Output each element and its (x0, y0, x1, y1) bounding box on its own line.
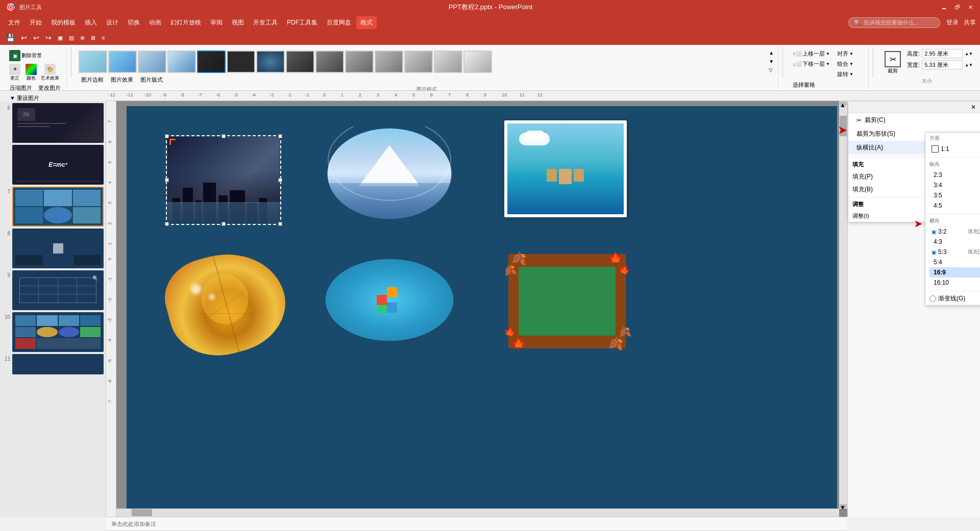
menu-format[interactable]: 格式 (356, 16, 377, 29)
image-office[interactable] (326, 259, 453, 341)
ratio-3-4[interactable]: 3:4 (929, 180, 980, 190)
menu-view[interactable]: 视图 (228, 16, 248, 29)
slide-thumb-11[interactable]: 11 (2, 354, 104, 374)
menu-insert[interactable]: 插入 (81, 16, 101, 29)
handle-tl[interactable] (165, 134, 169, 138)
slide-thumb-8[interactable]: 8 (2, 229, 104, 268)
canvas-scroll-v[interactable]: ▲ ▼ (839, 101, 847, 509)
fill-b-icon[interactable]: ▣ (932, 249, 936, 255)
canvas-area[interactable]: 7 6 5 4 3 2 1 0 -1 -2 -3 -4 -5 -6 -7 (106, 101, 847, 517)
scroll-up-arrow[interactable]: ▲ (840, 102, 847, 106)
qa-extra2[interactable]: ▤ (67, 34, 76, 42)
restore-button[interactable]: 🗗 (952, 3, 962, 12)
gradient-radio[interactable] (929, 295, 936, 302)
handle-br[interactable] (278, 222, 282, 226)
style-item-5[interactable] (197, 50, 226, 73)
undo2-button[interactable]: ↩ (31, 33, 41, 43)
compress-button[interactable]: 压缩图片 (7, 83, 35, 93)
menu-animation[interactable]: 动画 (145, 16, 165, 29)
ratio-3-2[interactable]: ▣ 3:2 填充(P) (929, 226, 980, 237)
slide-thumb-7[interactable]: 7 (2, 187, 104, 226)
width-input[interactable] (922, 60, 963, 69)
style-item-9[interactable] (315, 50, 344, 73)
slide-thumb-6b[interactable]: E=mc² (2, 145, 104, 185)
save-button[interactable]: 💾 (4, 33, 17, 43)
pic-effect-button[interactable]: 图片效果 (108, 75, 136, 85)
qa-extra5[interactable]: ≡ (100, 34, 107, 42)
ratio-3-5[interactable]: 3:5 (929, 190, 980, 200)
qa-extra4[interactable]: ⊠ (89, 34, 97, 42)
crop-button[interactable]: ✂ 裁剪 (880, 49, 905, 77)
ratio-5-3[interactable]: ▣ 5:3 填充(B) (929, 247, 980, 257)
menu-design[interactable]: 设计 (102, 16, 122, 29)
search-input[interactable] (864, 19, 935, 26)
scroll-thumb-h[interactable] (132, 509, 152, 516)
canvas-scroll-h[interactable] (106, 509, 839, 517)
menu-slideshow[interactable]: 幻灯片放映 (166, 16, 205, 29)
color-button[interactable]: 颜色 (23, 63, 39, 83)
menu-switch[interactable]: 切换 (124, 16, 144, 29)
send-backward-button[interactable]: ↓⬜ 下移一层 ▼ (790, 59, 832, 69)
fill-b-label[interactable]: 填充(B) (968, 248, 980, 256)
handle-mr[interactable] (278, 178, 282, 182)
image-city[interactable]: ↓ (167, 137, 280, 223)
art-effect-button[interactable]: 🎨 艺术效果 (40, 63, 60, 83)
pic-border-button[interactable]: 图片边框 (79, 75, 106, 85)
height-input[interactable] (922, 49, 963, 58)
slide-thumb-9[interactable]: 9 🔍 (2, 270, 104, 310)
fill-p-label[interactable]: 填充(P) (968, 228, 980, 235)
undo-button[interactable]: ↩ (19, 33, 29, 43)
select-pane-button[interactable]: 选择窗格 (790, 80, 865, 90)
slide-thumb-6[interactable]: 6 Rit (2, 103, 104, 143)
style-item-12[interactable] (404, 50, 433, 73)
style-item-8[interactable] (286, 50, 314, 73)
qa-extra1[interactable]: ▣ (56, 34, 65, 42)
login-button[interactable]: 登录 (946, 18, 959, 27)
handle-bl[interactable] (165, 222, 169, 226)
menu-devtools[interactable]: 开发工具 (249, 16, 282, 29)
style-item-7[interactable] (256, 50, 285, 73)
style-item-10[interactable] (345, 50, 374, 73)
handle-ml[interactable] (165, 178, 169, 182)
note-bar[interactable]: 单击此处添加备注 (106, 517, 847, 531)
menu-start[interactable]: 开始 (26, 16, 46, 29)
image-fuji[interactable] (321, 127, 458, 221)
gallery-scroll-up[interactable]: ▲ (768, 49, 775, 57)
menu-review[interactable]: 审阅 (206, 16, 227, 29)
search-box[interactable]: 🔍 (848, 17, 940, 28)
handle-tr[interactable] (278, 134, 282, 138)
pic-layout-button[interactable]: 图片版式 (138, 75, 165, 85)
crop-basic-item[interactable]: ✂ 裁剪(C) (848, 113, 980, 127)
ratio-2-3[interactable]: 2:3 (929, 170, 980, 180)
style-item-3[interactable] (138, 50, 166, 73)
minimize-button[interactable]: 🗕 (939, 3, 948, 12)
style-item-6[interactable] (227, 50, 255, 73)
align-button[interactable]: 对齐 ▼ (835, 49, 856, 59)
ratio-16-10[interactable]: 16:10 (929, 277, 980, 288)
image-island[interactable] (504, 120, 627, 217)
menu-file[interactable]: 文件 (4, 16, 24, 29)
scroll-down-arrow[interactable]: ▼ (840, 504, 847, 508)
menu-mytemplate[interactable]: 我的模板 (47, 16, 80, 29)
style-item-2[interactable] (108, 50, 137, 73)
ratio-4-3[interactable]: 4:3 (929, 237, 980, 247)
ratio-16-9[interactable]: 16:9 (929, 267, 980, 277)
close-button[interactable]: ✕ (966, 3, 975, 12)
handle-tm[interactable] (222, 134, 226, 138)
height-spinner[interactable]: ▲▼ (965, 52, 973, 56)
menu-baidu[interactable]: 百度网盘 (323, 16, 355, 29)
handle-bm[interactable] (222, 222, 226, 226)
style-item-11[interactable] (375, 50, 403, 73)
qa-extra3[interactable]: ⊕ (78, 34, 87, 42)
style-item-4[interactable] (167, 50, 196, 73)
width-spinner[interactable]: ▲▼ (965, 63, 973, 67)
image-maple[interactable] (167, 254, 285, 353)
ratio-5-4[interactable]: 5:4 (929, 257, 980, 267)
rotate-button[interactable]: 旋转 ▼ (835, 69, 856, 79)
group-button[interactable]: 组合 ▼ (835, 59, 856, 69)
image-autumn-frame[interactable]: 🍂 🍁 🍁 🍂 🍂 🍁 🍁 🍂 (508, 254, 626, 348)
ratio-1-1[interactable]: 1:1 (929, 144, 980, 154)
fill-p-icon[interactable]: ▣ (932, 229, 936, 235)
gallery-expand[interactable]: ▽ (768, 66, 775, 74)
style-item-13[interactable] (434, 50, 462, 73)
